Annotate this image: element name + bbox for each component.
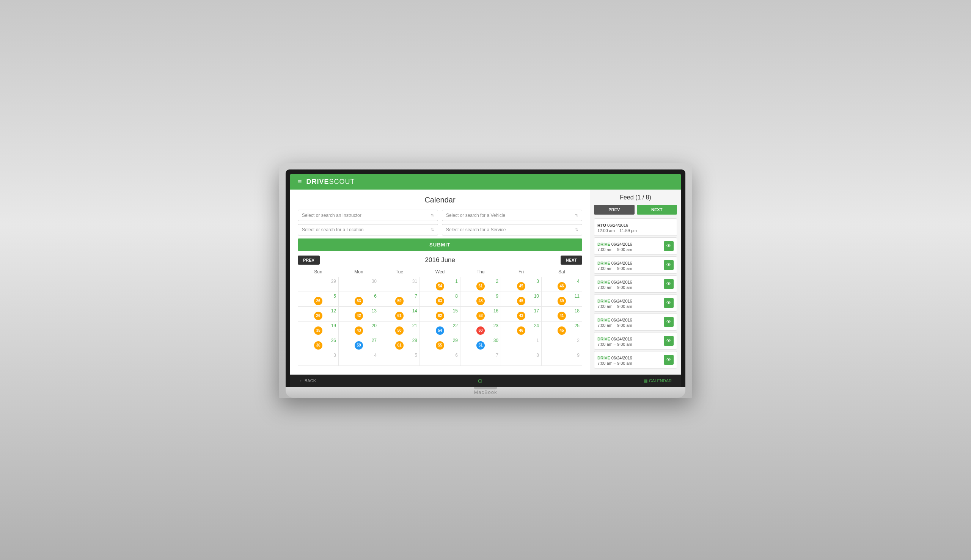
screen-bezel: ≡ DRIVESCOUT Calendar Select or search a…: [285, 170, 686, 387]
calendar-cell[interactable]: 7: [460, 351, 501, 365]
calendar-icon: ▦: [644, 378, 647, 383]
day-badge: 45: [557, 327, 566, 335]
calendar-cell[interactable]: 1841: [542, 307, 582, 321]
calendar-cell[interactable]: 5: [379, 351, 420, 365]
day-badge: 54: [436, 327, 444, 335]
feed-item[interactable]: DRIVE 06/24/20167:00 am – 9:00 am👁: [594, 256, 677, 274]
calendar-cell[interactable]: 3: [298, 351, 339, 365]
calendar-cell[interactable]: 863: [420, 292, 460, 307]
feed-eye-button[interactable]: 👁: [664, 260, 674, 270]
calendar-cell[interactable]: 2150: [379, 321, 420, 336]
day-badge: 48: [476, 297, 485, 305]
calendar-cell[interactable]: 30: [339, 277, 379, 292]
calendar-next-button[interactable]: NEXT: [561, 255, 582, 265]
feed-prev-button[interactable]: PREV: [594, 205, 634, 215]
calendar-cell[interactable]: 2254: [420, 321, 460, 336]
laptop-brand-label: MacBook: [474, 389, 497, 395]
feed-next-button[interactable]: NEXT: [637, 205, 677, 215]
feed-item[interactable]: RTO 06/24/201612:00 am – 11:59 pm: [594, 218, 677, 236]
calendar-cell[interactable]: 948: [460, 292, 501, 307]
calendar-cell[interactable]: 1342: [339, 307, 379, 321]
feed-eye-button[interactable]: 👁: [664, 355, 674, 365]
calendar-cell[interactable]: 1045: [501, 292, 542, 307]
day-number: 31: [412, 279, 417, 284]
calendar-cell[interactable]: 261: [460, 277, 501, 292]
feed-item[interactable]: DRIVE 06/24/20167:00 am – 9:00 am👁: [594, 237, 677, 255]
day-number: 1: [536, 338, 539, 343]
weekday-header: Wed: [420, 268, 460, 277]
calendar-cell[interactable]: 2636: [298, 336, 339, 351]
calendar-cell[interactable]: 3051: [460, 336, 501, 351]
calendar-cell[interactable]: 759: [379, 292, 420, 307]
calendar-cell[interactable]: 1935: [298, 321, 339, 336]
calendar-cell[interactable]: 1461: [379, 307, 420, 321]
day-badge: 59: [395, 297, 404, 305]
service-select[interactable]: Select or search for a Service ⇅: [442, 224, 582, 235]
feed-item-date: 06/24/2016: [611, 356, 632, 360]
calendar-cell[interactable]: 653: [339, 292, 379, 307]
weekday-header: Tue: [379, 268, 420, 277]
feed-item[interactable]: DRIVE 06/24/20167:00 am – 9:00 am👁: [594, 313, 677, 331]
submit-button[interactable]: SUBMIT: [298, 238, 582, 251]
calendar-cell[interactable]: 345: [501, 277, 542, 292]
calendar-cell[interactable]: 9: [542, 351, 582, 365]
calendar-cell[interactable]: 1139: [542, 292, 582, 307]
feed-eye-button[interactable]: 👁: [664, 336, 674, 346]
calendar-week-row: 293031154261345446: [298, 277, 582, 292]
calendar-cell[interactable]: 31: [379, 277, 420, 292]
calendar-cell[interactable]: 446: [542, 277, 582, 292]
calendar-cell[interactable]: 1: [501, 336, 542, 351]
feed-eye-button[interactable]: 👁: [664, 279, 674, 289]
calendar-cell[interactable]: 2545: [542, 321, 582, 336]
day-number: 9: [496, 293, 499, 299]
day-number: 30: [494, 338, 499, 343]
feed-item[interactable]: DRIVE 06/24/20167:00 am – 9:00 am👁: [594, 294, 677, 312]
feed-item[interactable]: DRIVE 06/24/20167:00 am – 9:00 am👁: [594, 351, 677, 368]
calendar-cell[interactable]: 29: [298, 277, 339, 292]
feed-section: Feed (1 / 8) PREV NEXT RTO 06/24/201612:…: [590, 190, 681, 375]
feed-eye-button[interactable]: 👁: [664, 317, 674, 327]
day-number: 8: [455, 293, 458, 299]
feed-items-list: RTO 06/24/201612:00 am – 11:59 pmDRIVE 0…: [594, 218, 677, 368]
calendar-cell[interactable]: 1562: [420, 307, 460, 321]
calendar-cell[interactable]: 1743: [501, 307, 542, 321]
calendar-cell[interactable]: 2759: [339, 336, 379, 351]
location-select[interactable]: Select or search for a Location ⇅: [298, 224, 438, 235]
calendar-cell[interactable]: 8: [501, 351, 542, 365]
instructor-select[interactable]: Select or search an Instructor ⇅: [298, 210, 438, 221]
feed-item[interactable]: DRIVE 06/24/20167:00 am – 9:00 am👁: [594, 332, 677, 350]
calendar-cell[interactable]: 526: [298, 292, 339, 307]
day-badge: 45: [517, 297, 526, 305]
location-placeholder: Select or search for a Location: [302, 227, 364, 232]
weekday-header: Sat: [542, 268, 582, 277]
calendar-cell[interactable]: 1653: [460, 307, 501, 321]
calendar-cell[interactable]: 4: [339, 351, 379, 365]
calendar-cell[interactable]: 2446: [501, 321, 542, 336]
hamburger-icon[interactable]: ≡: [298, 178, 302, 186]
back-button[interactable]: ← BACK: [299, 378, 316, 383]
feed-item-type: DRIVE: [597, 299, 611, 303]
calendar-cell[interactable]: 2043: [339, 321, 379, 336]
feed-title: Feed (1 / 8): [594, 194, 677, 201]
calendar-cell[interactable]: 2360: [460, 321, 501, 336]
day-badge: 46: [517, 327, 526, 335]
vehicle-select[interactable]: Select or search for a Vehicle ⇅: [442, 210, 582, 221]
day-number: 15: [453, 308, 458, 313]
calendar-cell[interactable]: 6: [420, 351, 460, 365]
calendar-prev-button[interactable]: PREV: [298, 255, 320, 265]
day-badge: 41: [557, 312, 566, 320]
feed-eye-button[interactable]: 👁: [664, 298, 674, 308]
calendar-link[interactable]: ▦ CALENDAR: [644, 378, 672, 383]
calendar-cell[interactable]: 2955: [420, 336, 460, 351]
feed-item[interactable]: DRIVE 06/24/20167:00 am – 9:00 am👁: [594, 275, 677, 293]
day-number: 12: [331, 308, 336, 313]
feed-eye-button[interactable]: 👁: [664, 241, 674, 251]
feed-item-date: 06/24/2016: [611, 318, 632, 322]
calendar-cell[interactable]: 154: [420, 277, 460, 292]
calendar-cell[interactable]: 2861: [379, 336, 420, 351]
day-number: 1: [455, 279, 458, 284]
feed-item-type: DRIVE: [597, 318, 611, 322]
calendar-cell[interactable]: 2: [542, 336, 582, 351]
calendar-cell[interactable]: 1226: [298, 307, 339, 321]
day-badge: 61: [476, 282, 485, 290]
